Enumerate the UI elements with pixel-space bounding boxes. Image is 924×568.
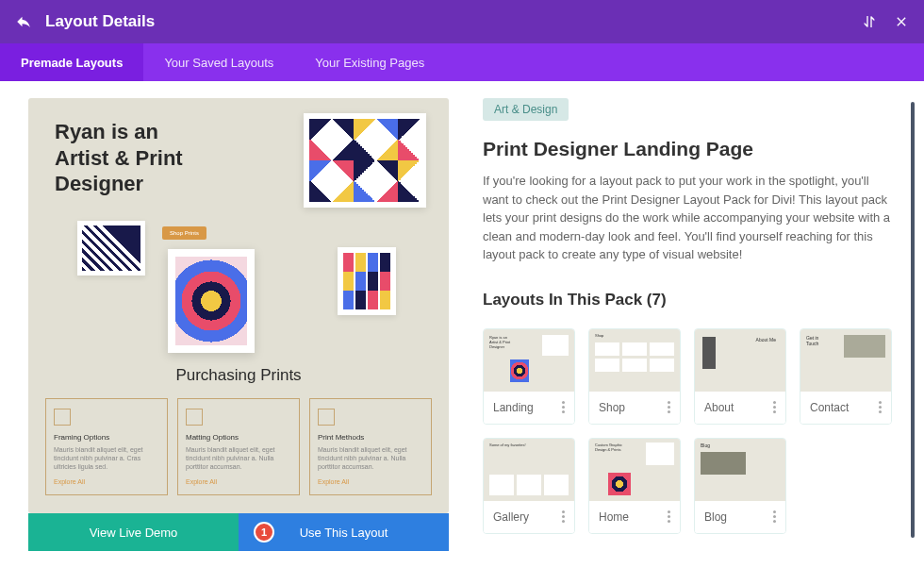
layout-card-landing[interactable]: Ryan is anArtist & PrintDesignerLanding — [483, 328, 575, 425]
layout-preview: Ryan is an Artist & Print Designer Shop … — [28, 98, 449, 513]
preview-card: Framing OptionsMauris blandit aliquet el… — [45, 398, 168, 495]
layout-card-shop[interactable]: ShopShop — [588, 328, 681, 425]
layout-card-gallery[interactable]: Some of my favorites!Gallery — [483, 438, 575, 534]
scrollbar[interactable] — [911, 102, 915, 538]
tab-existing[interactable]: Your Existing Pages — [294, 43, 445, 81]
preview-hero-title: Ryan is an Artist & Print Designer — [55, 119, 196, 197]
header: Layout Details — [0, 0, 924, 43]
preview-art-circles — [168, 249, 255, 353]
more-icon[interactable] — [773, 510, 776, 523]
more-icon[interactable] — [668, 510, 670, 523]
layout-title: Print Designer Landing Page — [483, 138, 892, 160]
back-icon[interactable] — [15, 13, 32, 30]
pack-title: Layouts In This Pack (7) — [483, 291, 892, 309]
preview-section-title: Purchasing Prints — [28, 366, 449, 385]
tabs: Premade Layouts Your Saved Layouts Your … — [0, 43, 924, 81]
more-icon[interactable] — [668, 401, 670, 413]
more-icon[interactable] — [562, 401, 565, 413]
more-icon[interactable] — [562, 510, 565, 523]
preview-art-bars — [338, 247, 396, 315]
layouts-grid: Ryan is anArtist & PrintDesignerLanding … — [483, 328, 892, 534]
view-demo-button[interactable]: View Live Demo — [28, 513, 239, 551]
close-icon[interactable] — [894, 14, 909, 29]
more-icon[interactable] — [879, 401, 882, 413]
use-layout-button[interactable]: 1 Use This Layout — [239, 513, 449, 551]
preview-card: Print MethodsMauris blandit aliquet elit… — [309, 398, 432, 495]
preview-art-stripes — [77, 221, 145, 276]
preview-art-triangles — [304, 113, 426, 208]
step-badge: 1 — [254, 522, 274, 543]
preview-card: Matting OptionsMauris blandit aliquet el… — [177, 398, 300, 495]
preview-shop-button: Shop Prints — [162, 226, 206, 240]
tab-premade[interactable]: Premade Layouts — [0, 43, 143, 81]
layout-card-contact[interactable]: Get inTouchContact — [800, 328, 892, 425]
layout-description: If you're looking for a layout pack to p… — [483, 172, 892, 264]
layout-card-home[interactable]: Custom GraphicDesign & PrintsHome — [588, 438, 681, 534]
layout-card-blog[interactable]: BlogBlog — [694, 438, 786, 534]
category-badge[interactable]: Art & Design — [483, 98, 569, 121]
more-icon[interactable] — [773, 401, 776, 413]
sort-icon[interactable] — [862, 14, 877, 29]
page-title: Layout Details — [45, 12, 862, 31]
layout-card-about[interactable]: About MeAbout — [694, 328, 786, 425]
tab-saved[interactable]: Your Saved Layouts — [143, 43, 294, 81]
